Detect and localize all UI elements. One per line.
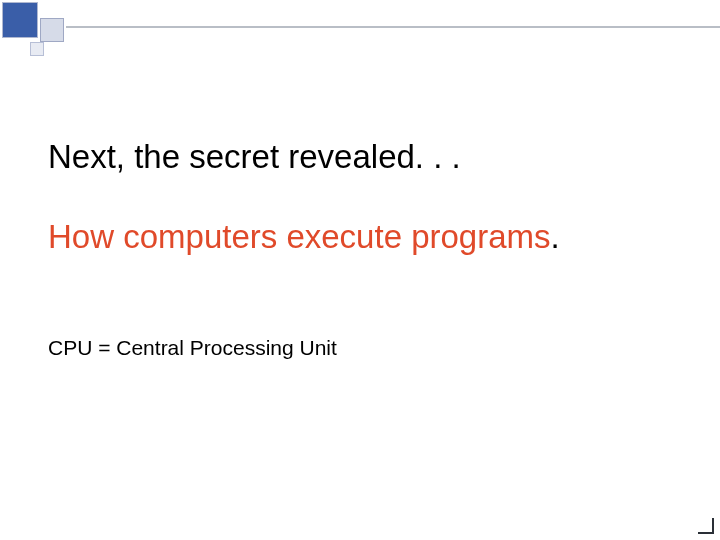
divider-line xyxy=(66,26,720,28)
slide-line-1: Next, the secret revealed. . . xyxy=(48,138,461,176)
corner-decoration xyxy=(0,0,120,80)
square-icon xyxy=(40,18,64,42)
square-icon xyxy=(2,2,38,38)
corner-mark-icon xyxy=(698,518,714,534)
slide-line-2-period: . xyxy=(551,218,560,255)
slide-line-2: How computers execute programs. xyxy=(48,218,560,256)
slide-line-3: CPU = Central Processing Unit xyxy=(48,336,337,360)
square-icon xyxy=(30,42,44,56)
slide-line-2-text: How computers execute programs xyxy=(48,218,551,255)
